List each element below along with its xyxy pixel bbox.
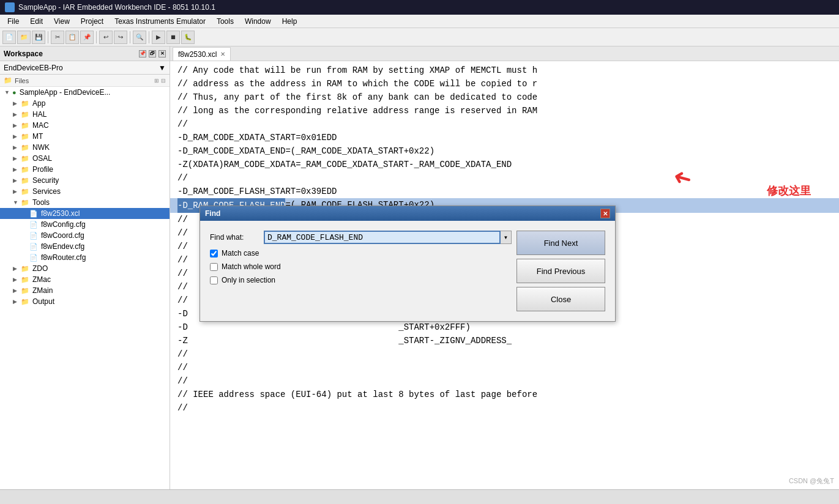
tree-label-13: f8wCoord.cfg [41, 231, 84, 240]
main-area: Workspace 📌 🗗 ✕ EndDeviceEB-Pro ▼ 📁 File… [0, 46, 839, 489]
tree-item-9[interactable]: ▶📁Services [0, 186, 170, 197]
file-tab[interactable]: f8w2530.xcl ✕ [173, 47, 231, 61]
tree-item-2[interactable]: ▶📁HAL [0, 109, 170, 120]
menu-item-file[interactable]: File [2, 16, 24, 27]
expand-icon-8: ▶ [13, 177, 19, 183]
find-left-panel: Find what: ▼ Match case Match whole word [210, 231, 512, 311]
tree-item-8[interactable]: ▶📁Security [0, 175, 170, 186]
tree-item-5[interactable]: ▶📁NWK [0, 142, 170, 153]
tree-item-18[interactable]: ▶📁ZMain [0, 285, 170, 296]
new-btn[interactable]: 📄 [2, 31, 16, 44]
menu-item-view[interactable]: View [49, 16, 75, 27]
tree-item-12[interactable]: 📄f8wConfig.cfg [0, 219, 170, 230]
expand-icon-4: ▶ [13, 133, 19, 139]
expand-icon-3: ▶ [13, 122, 19, 128]
tree-label-8: Security [32, 176, 59, 185]
open-btn[interactable]: 📁 [17, 31, 31, 44]
tree-item-7[interactable]: ▶📁Profile [0, 164, 170, 175]
tree-item-19[interactable]: ▶📁Output [0, 296, 170, 307]
only-in-selection-checkbox[interactable] [210, 276, 218, 284]
only-in-selection-label[interactable]: Only in selection [222, 276, 275, 284]
pin-btn[interactable]: 📌 [139, 50, 146, 57]
tree-label-5: NWK [32, 143, 50, 152]
tree-label-0: SampleApp - EndDeviceE... [20, 88, 111, 97]
expand-icon-2: ▶ [13, 111, 19, 117]
tree-label-10: Tools [32, 198, 50, 207]
tree-label-12: f8wConfig.cfg [41, 220, 86, 229]
find-what-input[interactable] [264, 231, 501, 244]
float-btn[interactable]: 🗗 [149, 50, 156, 57]
folder-icon-7: 📁 [21, 166, 29, 174]
find-what-label: Find what: [210, 233, 259, 242]
undo-btn[interactable]: ↩ [99, 31, 113, 44]
copy-btn[interactable]: 📋 [65, 31, 79, 44]
match-case-label[interactable]: Match case [222, 249, 259, 258]
menu-item-edit[interactable]: Edit [25, 16, 48, 27]
menu-item-help[interactable]: Help [277, 16, 302, 27]
find-dropdown-btn[interactable]: ▼ [501, 231, 512, 244]
code-line-1: // address as the address in RAM to whic… [170, 77, 839, 91]
tree-label-2: HAL [32, 110, 47, 119]
tree-item-11[interactable]: 📄f8w2530.xcl [0, 208, 170, 219]
files-header: 📁 Files ⊞ ⊟ [0, 75, 170, 87]
code-line-22: // [170, 361, 839, 374]
tree-item-1[interactable]: ▶📁App [0, 98, 170, 109]
tree-label-3: MAC [32, 121, 49, 130]
menu-item-project[interactable]: Project [76, 16, 108, 27]
match-whole-word-checkbox[interactable] [210, 263, 218, 271]
folder-icon-0: ● [12, 89, 17, 96]
tree-item-3[interactable]: ▶📁MAC [0, 120, 170, 131]
build-btn[interactable]: ▶ [152, 31, 165, 44]
close-ws-btn[interactable]: ✕ [158, 50, 166, 57]
title-bar: SampleApp - IAR Embedded Workbench IDE -… [0, 0, 839, 15]
match-case-checkbox[interactable] [210, 250, 218, 258]
find-dialog-title-text: Find [205, 209, 220, 218]
folder-icon-18: 📁 [21, 287, 29, 295]
find-dialog-title-bar[interactable]: Find ✕ [200, 206, 615, 221]
window-title: SampleApp - IAR Embedded Workbench IDE -… [18, 3, 215, 12]
paste-btn[interactable]: 📌 [80, 31, 94, 44]
files-controls: ⊞ ⊟ [154, 78, 166, 84]
find-dialog-close-btn[interactable]: ✕ [600, 209, 610, 218]
close-button[interactable]: Close [516, 287, 605, 311]
menu-item-tools[interactable]: Tools [212, 16, 239, 27]
tree-item-14[interactable]: 📄f8wEndev.cfg [0, 241, 170, 252]
folder-icon-1: 📁 [21, 100, 29, 108]
tree-item-6[interactable]: ▶📁OSAL [0, 153, 170, 164]
find-btn[interactable]: 🔍 [133, 31, 146, 44]
expand-icon-10: ▼ [13, 199, 19, 206]
toolbar: 📄 📁 💾 ✂ 📋 📌 ↩ ↪ 🔍 ▶ ⏹ 🐛 [0, 28, 839, 46]
tree-item-4[interactable]: ▶📁MT [0, 131, 170, 142]
folder-icon-3: 📁 [21, 122, 29, 130]
stop-btn[interactable]: ⏹ [166, 31, 180, 44]
cut-btn[interactable]: ✂ [51, 31, 64, 44]
tree-item-13[interactable]: 📄f8wCoord.cfg [0, 230, 170, 241]
folder-icon-8: 📁 [21, 177, 29, 185]
menu-item-texas-instruments-emulator[interactable]: Texas Instruments Emulator [110, 16, 211, 27]
find-previous-button[interactable]: Find Previous [516, 259, 605, 283]
find-next-button[interactable]: Find Next [516, 231, 605, 255]
expand-icon-5: ▶ [13, 144, 19, 150]
save-btn[interactable]: 💾 [32, 31, 45, 44]
tab-close-icon[interactable]: ✕ [220, 51, 225, 57]
files-icon: 📁 [4, 76, 12, 84]
folder-icon-16: 📁 [21, 265, 29, 273]
code-line-7: -Z(XDATA)RAM_CODE_XDATA=_RAM_CODE_XDATA_… [170, 158, 839, 171]
menu-item-window[interactable]: Window [240, 16, 276, 27]
find-right-panel: Find Next Find Previous Close [516, 231, 605, 311]
tree-item-0[interactable]: ▼●SampleApp - EndDeviceE... [0, 87, 170, 98]
tree-label-7: Profile [32, 165, 53, 174]
tree-label-18: ZMain [32, 286, 53, 295]
debug-btn[interactable]: 🐛 [181, 31, 195, 44]
app-icon [5, 2, 15, 12]
tree-item-17[interactable]: ▶📁ZMac [0, 274, 170, 285]
tree-label-11: f8w2530.xcl [41, 209, 80, 218]
sep1 [48, 31, 48, 43]
code-line-5: -D_RAM_CODE_XDATA_START=0x01EDD [170, 131, 839, 144]
redo-btn[interactable]: ↪ [114, 31, 127, 44]
tree-item-15[interactable]: 📄f8wRouter.cfg [0, 252, 170, 263]
project-select[interactable]: EndDeviceEB-Pro ▼ [0, 61, 170, 75]
match-whole-word-label[interactable]: Match whole word [222, 262, 281, 271]
tree-item-10[interactable]: ▼📁Tools [0, 197, 170, 208]
tree-item-16[interactable]: ▶📁ZDO [0, 263, 170, 274]
